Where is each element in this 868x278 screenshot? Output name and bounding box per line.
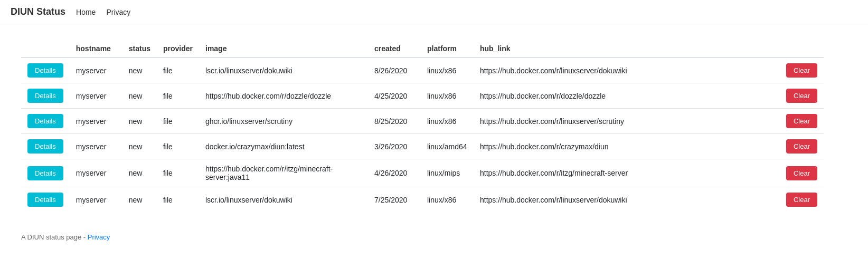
table-row: Details myserver new file lscr.io/linuxs… <box>21 187 824 213</box>
table-header: hostname status provider image created p… <box>21 40 824 57</box>
status-table: hostname status provider image created p… <box>21 40 824 212</box>
col-header-hub-link: hub_link <box>474 40 776 57</box>
cell-image-5: lscr.io/linuxserver/dokuwiki <box>199 187 368 213</box>
col-header-actions-right <box>776 40 824 57</box>
cell-status-0: new <box>122 57 157 83</box>
cell-details-5: Details <box>21 187 70 213</box>
clear-button-3[interactable]: Clear <box>786 139 817 154</box>
cell-platform-0: linux/x86 <box>421 57 474 83</box>
cell-hub-link-1: https://hub.docker.com/r/dozzle/dozzle <box>474 83 776 109</box>
cell-hostname-3: myserver <box>70 134 122 159</box>
cell-created-2: 8/25/2020 <box>368 109 421 134</box>
main-content: hostname status provider image created p… <box>0 24 845 223</box>
details-button-2[interactable]: Details <box>27 114 63 128</box>
col-header-provider: provider <box>157 40 199 57</box>
cell-status-2: new <box>122 109 157 134</box>
cell-clear-5: Clear <box>776 187 824 213</box>
table-row: Details myserver new file lscr.io/linuxs… <box>21 57 824 83</box>
table-row: Details myserver new file https://hub.do… <box>21 83 824 109</box>
footer-privacy-link[interactable]: Privacy <box>88 233 110 241</box>
details-button-3[interactable]: Details <box>27 139 63 154</box>
col-header-hostname: hostname <box>70 40 122 57</box>
col-header-created: created <box>368 40 421 57</box>
cell-created-5: 7/25/2020 <box>368 187 421 213</box>
cell-clear-2: Clear <box>776 109 824 134</box>
cell-image-4: https://hub.docker.com/r/itzg/minecraft-… <box>199 159 368 187</box>
cell-status-1: new <box>122 83 157 109</box>
cell-platform-5: linux/x86 <box>421 187 474 213</box>
details-button-1[interactable]: Details <box>27 89 63 103</box>
cell-image-0: lscr.io/linuxserver/dokuwiki <box>199 57 368 83</box>
cell-platform-3: linux/amd64 <box>421 134 474 159</box>
cell-details-3: Details <box>21 134 70 159</box>
clear-button-5[interactable]: Clear <box>786 193 817 207</box>
clear-button-0[interactable]: Clear <box>786 63 817 78</box>
table-row: Details myserver new file ghcr.io/linuxs… <box>21 109 824 134</box>
cell-details-0: Details <box>21 57 70 83</box>
cell-provider-3: file <box>157 134 199 159</box>
col-header-platform: platform <box>421 40 474 57</box>
cell-created-4: 4/26/2020 <box>368 159 421 187</box>
details-button-0[interactable]: Details <box>27 63 63 78</box>
details-button-5[interactable]: Details <box>27 193 63 207</box>
cell-provider-2: file <box>157 109 199 134</box>
col-header-actions-left <box>21 40 70 57</box>
cell-clear-1: Clear <box>776 83 824 109</box>
cell-image-1: https://hub.docker.com/r/dozzle/dozzle <box>199 83 368 109</box>
cell-details-1: Details <box>21 83 70 109</box>
cell-status-5: new <box>122 187 157 213</box>
cell-image-2: ghcr.io/linuxserver/scrutiny <box>199 109 368 134</box>
cell-hub-link-4: https://hub.docker.com/r/itzg/minecraft-… <box>474 159 776 187</box>
cell-created-1: 4/25/2020 <box>368 83 421 109</box>
table-row: Details myserver new file https://hub.do… <box>21 159 824 187</box>
table-row: Details myserver new file docker.io/craz… <box>21 134 824 159</box>
cell-details-4: Details <box>21 159 70 187</box>
cell-hostname-5: myserver <box>70 187 122 213</box>
cell-provider-5: file <box>157 187 199 213</box>
clear-button-2[interactable]: Clear <box>786 114 817 128</box>
cell-hub-link-2: https://hub.docker.com/r/linuxserver/scr… <box>474 109 776 134</box>
cell-platform-2: linux/x86 <box>421 109 474 134</box>
cell-status-3: new <box>122 134 157 159</box>
cell-hostname-2: myserver <box>70 109 122 134</box>
cell-hub-link-3: https://hub.docker.com/r/crazymax/diun <box>474 134 776 159</box>
cell-platform-4: linux/mips <box>421 159 474 187</box>
cell-hostname-0: myserver <box>70 57 122 83</box>
cell-hostname-4: myserver <box>70 159 122 187</box>
cell-platform-1: linux/x86 <box>421 83 474 109</box>
cell-details-2: Details <box>21 109 70 134</box>
cell-created-0: 8/26/2020 <box>368 57 421 83</box>
page-footer: A DIUN status page - Privacy <box>0 223 868 252</box>
cell-hub-link-0: https://hub.docker.com/r/linuxserver/dok… <box>474 57 776 83</box>
cell-hostname-1: myserver <box>70 83 122 109</box>
cell-status-4: new <box>122 159 157 187</box>
clear-button-1[interactable]: Clear <box>786 89 817 103</box>
cell-clear-3: Clear <box>776 134 824 159</box>
nav-link-privacy[interactable]: Privacy <box>106 8 130 16</box>
clear-button-4[interactable]: Clear <box>786 166 817 180</box>
cell-clear-4: Clear <box>776 159 824 187</box>
details-button-4[interactable]: Details <box>27 166 63 180</box>
cell-clear-0: Clear <box>776 57 824 83</box>
cell-provider-0: file <box>157 57 199 83</box>
cell-created-3: 3/26/2020 <box>368 134 421 159</box>
col-header-status: status <box>122 40 157 57</box>
cell-provider-1: file <box>157 83 199 109</box>
cell-provider-4: file <box>157 159 199 187</box>
col-header-image: image <box>199 40 368 57</box>
footer-text: A DIUN status page - <box>21 233 88 241</box>
cell-image-3: docker.io/crazymax/diun:latest <box>199 134 368 159</box>
cell-hub-link-5: https://hub.docker.com/r/linuxserver/dok… <box>474 187 776 213</box>
nav-link-home[interactable]: Home <box>76 8 96 16</box>
table-body: Details myserver new file lscr.io/linuxs… <box>21 57 824 212</box>
nav-brand: DIUN Status <box>11 6 65 17</box>
navbar: DIUN Status Home Privacy <box>0 0 868 24</box>
